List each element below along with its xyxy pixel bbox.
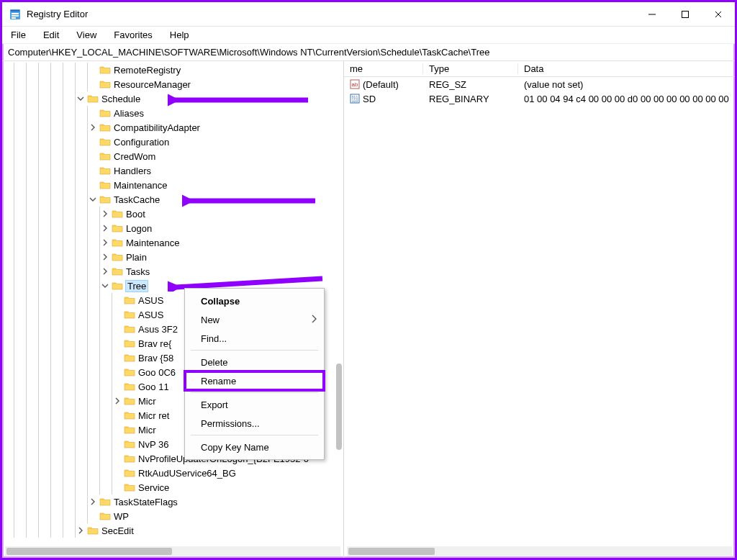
tree-item[interactable]: Configuration [2, 135, 343, 149]
folder-icon [99, 180, 111, 190]
value-name-cell: 011110SD [344, 94, 423, 104]
submenu-arrow-icon [311, 315, 317, 325]
values-horizontal-scrollbar[interactable] [347, 546, 732, 556]
svg-rect-2 [12, 13, 19, 14]
folder-icon [124, 338, 135, 348]
address-bar[interactable]: Computer\HKEY_LOCAL_MACHINE\SOFTWARE\Mic… [2, 44, 735, 61]
tree-item-label: Asus 3F2 [138, 324, 178, 335]
folder-icon [124, 367, 135, 377]
value-data-cell: 01 00 04 94 c4 00 00 00 d0 00 00 00 00 0… [518, 94, 735, 104]
chevron-right-icon[interactable] [88, 122, 98, 132]
cm-export[interactable]: Export [185, 395, 324, 414]
folder-icon [124, 410, 135, 420]
chevron-right-icon[interactable] [100, 223, 110, 233]
tree-item[interactable]: Boot [2, 207, 343, 221]
tree-item-label: ASUS [138, 295, 163, 306]
folder-icon [124, 295, 135, 305]
values-header: me Type Data [344, 61, 735, 77]
tree-item-label: TaskStateFlags [114, 497, 178, 507]
tree-item-label: Micr [138, 396, 156, 407]
cm-separator [191, 350, 318, 351]
tree-item-label: Schedule [101, 94, 140, 104]
tree-item[interactable]: SecEdit [2, 523, 343, 538]
chevron-right-icon[interactable] [100, 266, 110, 276]
tree-item[interactable]: Aliases [2, 106, 343, 120]
folder-icon [112, 223, 123, 233]
menu-favorites[interactable]: Favorites [109, 28, 156, 42]
tree-item[interactable]: CredWom [2, 149, 343, 163]
folder-icon [112, 209, 123, 219]
chevron-right-icon[interactable] [100, 252, 110, 262]
svg-rect-3 [12, 15, 19, 17]
cm-delete[interactable]: Delete [185, 353, 324, 371]
values-rows: ab(Default)REG_SZ(value not set)011110SD… [344, 77, 735, 106]
tree-item[interactable]: ResourceManager [2, 77, 343, 91]
cm-copy-key-name[interactable]: Copy Key Name [185, 438, 324, 456]
chevron-right-icon[interactable] [100, 209, 110, 219]
address-text: Computer\HKEY_LOCAL_MACHINE\SOFTWARE\Mic… [8, 47, 489, 58]
tree-item[interactable]: Maintenance [2, 178, 343, 192]
folder-icon [87, 525, 99, 536]
tree-item[interactable]: Schedule [2, 91, 343, 106]
chevron-down-icon[interactable] [88, 194, 98, 204]
reg-binary-icon: 011110 [350, 94, 360, 104]
chevron-right-icon[interactable] [76, 525, 86, 536]
col-header-data[interactable]: Data [518, 63, 735, 74]
cm-rename[interactable]: Rename [185, 371, 324, 390]
chevron-down-icon[interactable] [76, 94, 86, 104]
folder-icon [87, 94, 99, 104]
folder-icon [124, 353, 135, 363]
tree-item[interactable]: RtkAudUService64_BG [2, 466, 343, 480]
chevron-right-icon[interactable] [112, 396, 122, 406]
tree-item[interactable]: Handlers [2, 163, 343, 178]
tree-item[interactable]: Service [2, 480, 343, 494]
folder-icon [99, 497, 111, 507]
tree-item-label: WP [114, 511, 129, 522]
tree-item[interactable]: TaskCache [2, 192, 343, 207]
menu-file[interactable]: File [6, 28, 30, 42]
folder-icon [99, 166, 111, 176]
tree-item[interactable]: CompatibilityAdapter [2, 120, 343, 135]
tree-item-label: Configuration [114, 137, 169, 148]
window-title: Registry Editor [27, 9, 88, 19]
tree-item-label: ASUS [138, 310, 163, 320]
value-row[interactable]: ab(Default)REG_SZ(value not set) [344, 77, 735, 91]
menu-edit[interactable]: Edit [39, 28, 63, 42]
tree-item-label: Micr [138, 425, 156, 435]
chevron-down-icon[interactable] [100, 281, 110, 291]
content-area: RemoteRegistryResourceManagerScheduleAli… [2, 61, 735, 558]
tree-horizontal-scrollbar[interactable] [5, 546, 340, 556]
tree-item[interactable]: WP [2, 509, 343, 523]
tree-item-label: Handlers [114, 166, 151, 176]
maximize-button[interactable] [669, 2, 702, 26]
folder-icon [124, 310, 135, 320]
tree-item[interactable]: TaskStateFlags [2, 494, 343, 509]
close-button[interactable] [702, 2, 735, 26]
cm-new[interactable]: New [185, 310, 324, 329]
svg-rect-1 [11, 10, 19, 12]
menu-help[interactable]: Help [166, 28, 194, 42]
tree-item-label: Tasks [126, 266, 150, 277]
tree-item[interactable]: Maintenance [2, 235, 343, 250]
value-type-cell: REG_SZ [423, 79, 518, 90]
folder-icon [124, 324, 135, 334]
tree-item-label: SecEdit [101, 525, 134, 536]
col-header-name[interactable]: me [344, 63, 423, 74]
minimize-button[interactable] [636, 2, 669, 26]
col-header-type[interactable]: Type [423, 63, 518, 74]
folder-icon [112, 252, 123, 262]
tree-item[interactable]: RemoteRegistry [2, 63, 343, 77]
cm-permissions[interactable]: Permissions... [185, 414, 324, 433]
tree-item[interactable]: Logon [2, 221, 343, 235]
tree-item[interactable]: Plain [2, 250, 343, 264]
tree-vertical-scrollbar[interactable] [336, 363, 342, 450]
chevron-right-icon[interactable] [88, 497, 98, 507]
tree-item[interactable]: Tasks [2, 264, 343, 279]
window-controls [636, 2, 735, 26]
value-row[interactable]: 011110SDREG_BINARY01 00 04 94 c4 00 00 0… [344, 91, 735, 106]
cm-collapse[interactable]: Collapse [185, 292, 324, 310]
chevron-right-icon[interactable] [100, 238, 110, 248]
menu-view[interactable]: View [72, 28, 101, 42]
tree-item-label: CompatibilityAdapter [114, 122, 200, 133]
cm-find[interactable]: Find... [185, 329, 324, 348]
